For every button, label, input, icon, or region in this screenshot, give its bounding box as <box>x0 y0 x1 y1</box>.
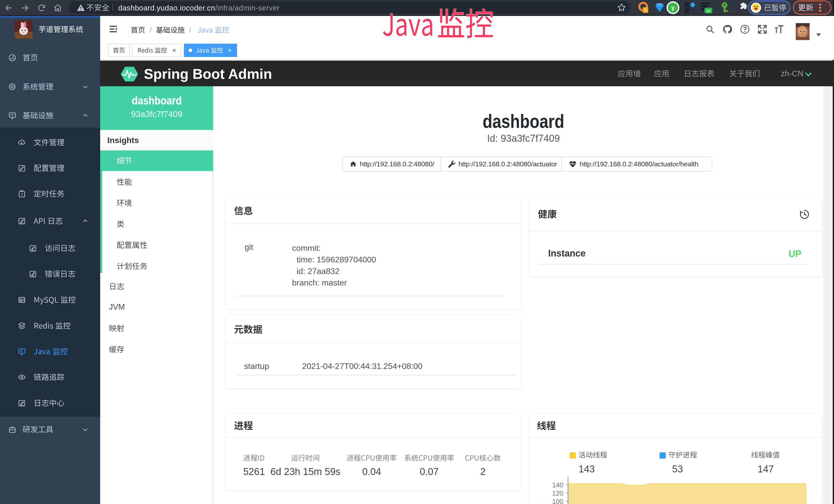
svg-text:on: on <box>706 9 710 13</box>
svg-text:1: 1 <box>644 8 647 12</box>
svg-text:y: y <box>671 4 675 11</box>
